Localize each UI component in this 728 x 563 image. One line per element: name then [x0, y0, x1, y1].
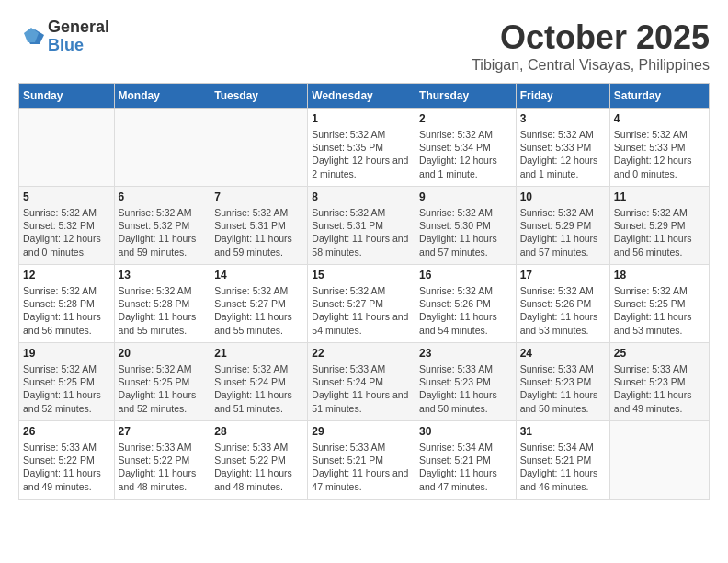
day-number: 8	[312, 190, 411, 203]
table-row	[19, 109, 115, 187]
table-row: 7Sunrise: 5:32 AMSunset: 5:31 PMDaylight…	[210, 187, 308, 265]
day-number: 13	[119, 269, 207, 282]
day-info: Sunrise: 5:33 AMSunset: 5:21 PMDaylight:…	[312, 441, 411, 493]
day-info: Sunrise: 5:33 AMSunset: 5:23 PMDaylight:…	[520, 362, 606, 415]
table-row: 21Sunrise: 5:32 AMSunset: 5:24 PMDayligh…	[210, 343, 308, 421]
day-info: Sunrise: 5:32 AMSunset: 5:35 PMDaylight:…	[312, 128, 411, 180]
day-info: Sunrise: 5:33 AMSunset: 5:23 PMDaylight:…	[614, 362, 705, 415]
title-block: October 2025 Tibigan, Central Visayas, P…	[472, 18, 710, 74]
day-info: Sunrise: 5:32 AMSunset: 5:25 PMDaylight:…	[23, 362, 110, 415]
day-number: 20	[119, 347, 207, 360]
table-row: 4Sunrise: 5:32 AMSunset: 5:33 PMDaylight…	[609, 109, 709, 187]
day-number: 1	[312, 112, 411, 125]
table-row: 12Sunrise: 5:32 AMSunset: 5:28 PMDayligh…	[19, 265, 115, 343]
day-number: 22	[312, 347, 411, 360]
day-info: Sunrise: 5:32 AMSunset: 5:30 PMDaylight:…	[419, 206, 512, 259]
calendar-body: 1Sunrise: 5:32 AMSunset: 5:35 PMDaylight…	[19, 109, 710, 500]
day-number: 23	[419, 347, 512, 360]
day-number: 14	[214, 269, 303, 282]
calendar-week-row: 26Sunrise: 5:33 AMSunset: 5:22 PMDayligh…	[19, 421, 710, 500]
day-info: Sunrise: 5:32 AMSunset: 5:31 PMDaylight:…	[312, 206, 411, 259]
day-info: Sunrise: 5:33 AMSunset: 5:22 PMDaylight:…	[214, 441, 303, 493]
calendar-week-row: 19Sunrise: 5:32 AMSunset: 5:25 PMDayligh…	[19, 343, 710, 421]
day-info: Sunrise: 5:34 AMSunset: 5:21 PMDaylight:…	[419, 441, 512, 493]
table-row: 28Sunrise: 5:33 AMSunset: 5:22 PMDayligh…	[210, 421, 308, 500]
day-number: 25	[614, 347, 705, 360]
day-number: 21	[214, 347, 303, 360]
calendar-week-row: 5Sunrise: 5:32 AMSunset: 5:32 PMDaylight…	[19, 187, 710, 265]
col-friday: Friday	[516, 84, 609, 109]
day-number: 16	[419, 269, 512, 282]
table-row: 20Sunrise: 5:32 AMSunset: 5:25 PMDayligh…	[114, 343, 210, 421]
calendar-week-row: 12Sunrise: 5:32 AMSunset: 5:28 PMDayligh…	[19, 265, 710, 343]
month-title: October 2025	[472, 18, 710, 57]
day-info: Sunrise: 5:33 AMSunset: 5:23 PMDaylight:…	[419, 362, 512, 415]
header: General Blue October 2025 Tibigan, Centr…	[18, 18, 710, 74]
table-row	[609, 421, 709, 500]
table-row: 14Sunrise: 5:32 AMSunset: 5:27 PMDayligh…	[210, 265, 308, 343]
day-number: 15	[312, 269, 411, 282]
day-info: Sunrise: 5:32 AMSunset: 5:28 PMDaylight:…	[23, 284, 110, 337]
page: General Blue October 2025 Tibigan, Centr…	[0, 0, 728, 509]
location-subtitle: Tibigan, Central Visayas, Philippines	[472, 57, 710, 74]
day-number: 31	[520, 425, 606, 438]
table-row: 24Sunrise: 5:33 AMSunset: 5:23 PMDayligh…	[516, 343, 609, 421]
table-row: 27Sunrise: 5:33 AMSunset: 5:22 PMDayligh…	[114, 421, 210, 500]
day-info: Sunrise: 5:32 AMSunset: 5:26 PMDaylight:…	[520, 284, 606, 337]
day-number: 26	[23, 425, 110, 438]
day-number: 30	[419, 425, 512, 438]
table-row: 15Sunrise: 5:32 AMSunset: 5:27 PMDayligh…	[308, 265, 415, 343]
day-info: Sunrise: 5:32 AMSunset: 5:26 PMDaylight:…	[419, 284, 512, 337]
logo: General Blue	[18, 18, 109, 55]
table-row: 1Sunrise: 5:32 AMSunset: 5:35 PMDaylight…	[308, 109, 415, 187]
table-row: 13Sunrise: 5:32 AMSunset: 5:28 PMDayligh…	[114, 265, 210, 343]
col-sunday: Sunday	[19, 84, 115, 109]
table-row: 6Sunrise: 5:32 AMSunset: 5:32 PMDaylight…	[114, 187, 210, 265]
logo-blue-text: Blue	[48, 37, 109, 55]
day-number: 4	[614, 112, 705, 125]
table-row: 16Sunrise: 5:32 AMSunset: 5:26 PMDayligh…	[415, 265, 517, 343]
day-number: 29	[312, 425, 411, 438]
calendar-table: Sunday Monday Tuesday Wednesday Thursday…	[18, 83, 710, 500]
day-number: 24	[520, 347, 606, 360]
day-number: 2	[419, 112, 512, 125]
table-row: 30Sunrise: 5:34 AMSunset: 5:21 PMDayligh…	[415, 421, 517, 500]
table-row: 22Sunrise: 5:33 AMSunset: 5:24 PMDayligh…	[308, 343, 415, 421]
table-row: 26Sunrise: 5:33 AMSunset: 5:22 PMDayligh…	[19, 421, 115, 500]
col-thursday: Thursday	[415, 84, 517, 109]
day-info: Sunrise: 5:32 AMSunset: 5:27 PMDaylight:…	[312, 284, 411, 337]
day-info: Sunrise: 5:33 AMSunset: 5:24 PMDaylight:…	[312, 362, 411, 415]
table-row: 8Sunrise: 5:32 AMSunset: 5:31 PMDaylight…	[308, 187, 415, 265]
table-row: 10Sunrise: 5:32 AMSunset: 5:29 PMDayligh…	[516, 187, 609, 265]
calendar-header-row: Sunday Monday Tuesday Wednesday Thursday…	[19, 84, 710, 109]
day-info: Sunrise: 5:32 AMSunset: 5:33 PMDaylight:…	[614, 128, 705, 180]
day-info: Sunrise: 5:33 AMSunset: 5:22 PMDaylight:…	[23, 441, 110, 493]
table-row	[114, 109, 210, 187]
day-number: 18	[614, 269, 705, 282]
day-number: 17	[520, 269, 606, 282]
table-row: 17Sunrise: 5:32 AMSunset: 5:26 PMDayligh…	[516, 265, 609, 343]
col-monday: Monday	[114, 84, 210, 109]
day-info: Sunrise: 5:33 AMSunset: 5:22 PMDaylight:…	[119, 441, 207, 493]
day-info: Sunrise: 5:32 AMSunset: 5:33 PMDaylight:…	[520, 128, 606, 180]
col-wednesday: Wednesday	[308, 84, 415, 109]
day-info: Sunrise: 5:32 AMSunset: 5:32 PMDaylight:…	[23, 206, 110, 259]
table-row: 23Sunrise: 5:33 AMSunset: 5:23 PMDayligh…	[415, 343, 517, 421]
day-info: Sunrise: 5:32 AMSunset: 5:28 PMDaylight:…	[119, 284, 207, 337]
table-row	[210, 109, 308, 187]
table-row: 29Sunrise: 5:33 AMSunset: 5:21 PMDayligh…	[308, 421, 415, 500]
day-info: Sunrise: 5:32 AMSunset: 5:32 PMDaylight:…	[119, 206, 207, 259]
day-number: 11	[614, 190, 705, 203]
logo-general-text: General	[48, 18, 109, 37]
table-row: 9Sunrise: 5:32 AMSunset: 5:30 PMDaylight…	[415, 187, 517, 265]
col-tuesday: Tuesday	[210, 84, 308, 109]
logo-icon	[18, 24, 44, 50]
day-info: Sunrise: 5:32 AMSunset: 5:29 PMDaylight:…	[614, 206, 705, 259]
calendar-week-row: 1Sunrise: 5:32 AMSunset: 5:35 PMDaylight…	[19, 109, 710, 187]
day-info: Sunrise: 5:32 AMSunset: 5:34 PMDaylight:…	[419, 128, 512, 180]
day-number: 7	[214, 190, 303, 203]
table-row: 25Sunrise: 5:33 AMSunset: 5:23 PMDayligh…	[609, 343, 709, 421]
day-info: Sunrise: 5:34 AMSunset: 5:21 PMDaylight:…	[520, 441, 606, 493]
day-number: 12	[23, 269, 110, 282]
day-info: Sunrise: 5:32 AMSunset: 5:29 PMDaylight:…	[520, 206, 606, 259]
